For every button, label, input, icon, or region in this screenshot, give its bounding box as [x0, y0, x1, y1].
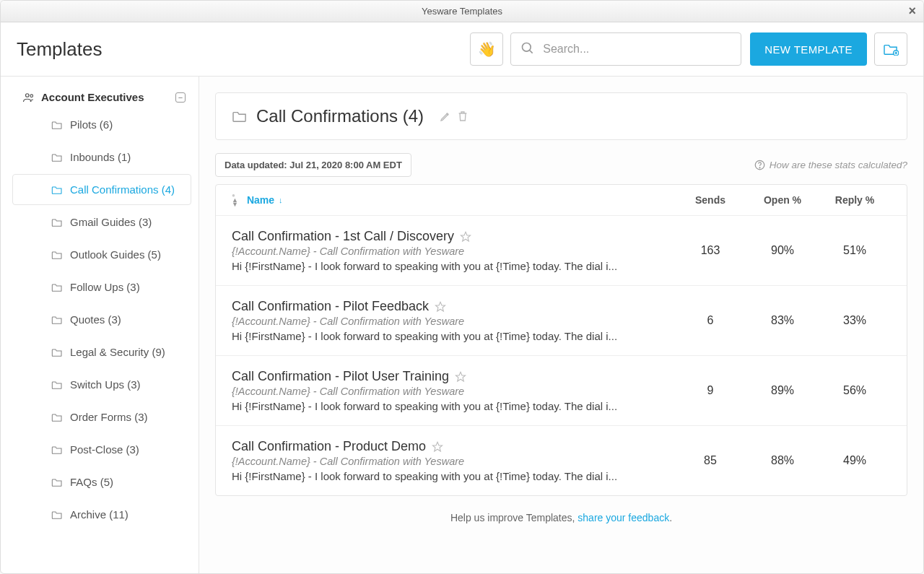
folder-label: Archive (11): [70, 508, 128, 521]
folder-icon: [232, 110, 248, 123]
sidebar-folder[interactable]: Legal & Security (9): [12, 336, 191, 368]
template-subject: {!Account.Name} - Call Confirmation with…: [232, 316, 663, 327]
template-row[interactable]: Call Confirmation - Pilot User Training{…: [216, 356, 907, 426]
new-folder-button[interactable]: [874, 32, 907, 66]
wave-hand-button[interactable]: 👋: [470, 32, 503, 66]
search-icon: [520, 41, 535, 56]
search-input[interactable]: [510, 32, 741, 66]
template-subject: {!Account.Name} - Call Confirmation with…: [232, 386, 663, 397]
sidebar-folder[interactable]: Pilots (6): [12, 109, 191, 140]
cell-reply: 33%: [819, 314, 891, 327]
folder-icon: [51, 250, 63, 260]
folder-icon: [51, 152, 63, 162]
column-name[interactable]: Name ↓: [247, 194, 674, 206]
team-label: Account Executives: [41, 91, 175, 103]
template-subject: {!Account.Name} - Call Confirmation with…: [232, 456, 663, 467]
folder-label: Legal & Security (9): [70, 346, 165, 358]
sidebar-folder[interactable]: Inbounds (1): [12, 142, 191, 173]
page-title: Templates: [17, 38, 470, 61]
star-icon[interactable]: [460, 231, 471, 243]
sidebar-folder[interactable]: Gmail Guides (3): [12, 206, 191, 238]
star-icon[interactable]: [455, 371, 466, 383]
sidebar: Account Executives − Pilots (6)Inbounds …: [1, 77, 199, 573]
star-icon[interactable]: [435, 301, 446, 313]
folder-icon: [51, 315, 63, 325]
column-sends[interactable]: Sends: [674, 194, 746, 206]
sidebar-folder[interactable]: Call Confirmations (4): [12, 174, 191, 205]
sidebar-folder[interactable]: FAQs (5): [12, 466, 191, 497]
folder-icon: [51, 120, 63, 130]
body: Account Executives − Pilots (6)Inbounds …: [1, 77, 923, 573]
folder-label: Order Forms (3): [70, 411, 148, 423]
folder-label: Pilots (6): [70, 118, 113, 131]
template-row[interactable]: Call Confirmation - Pilot Feedback{!Acco…: [216, 286, 907, 356]
cell-sends: 85: [674, 454, 746, 467]
stats-info-link[interactable]: How are these stats calculated?: [754, 160, 907, 170]
table-header: ● ▲▼ Name ↓ Sends Open % Reply %: [216, 185, 907, 216]
folder-label: Switch Ups (3): [70, 378, 141, 391]
folder-label: Quotes (3): [70, 313, 121, 326]
svg-point-6: [30, 94, 33, 97]
new-folder-icon: [883, 43, 899, 56]
sidebar-folder[interactable]: Outlook Guides (5): [12, 239, 191, 270]
feedback-prefix: Help us improve Templates,: [450, 512, 578, 523]
feedback-link[interactable]: share your feedback: [578, 512, 669, 523]
team-header[interactable]: Account Executives −: [1, 87, 199, 108]
app-window: Yesware Templates × Templates 👋 NEW TEMP…: [0, 0, 924, 574]
folder-icon: [51, 445, 63, 455]
delete-icon[interactable]: [457, 110, 468, 123]
folder-icon: [51, 282, 63, 292]
star-icon[interactable]: [432, 441, 443, 453]
sidebar-folder[interactable]: Post-Close (3): [12, 434, 191, 465]
svg-point-8: [759, 168, 760, 168]
template-row[interactable]: Call Confirmation - Product Demo{!Accoun…: [216, 426, 907, 495]
collapse-icon[interactable]: −: [175, 92, 186, 103]
svg-marker-12: [432, 442, 442, 451]
page-header: Templates 👋 NEW TEMPLATE: [1, 22, 923, 77]
new-template-button[interactable]: NEW TEMPLATE: [750, 32, 867, 66]
folder-icon: [51, 380, 63, 390]
folder-header: Call Confirmations (4): [215, 92, 907, 140]
wave-hand-icon: 👋: [478, 40, 496, 58]
window-titlebar: Yesware Templates ×: [1, 1, 923, 22]
template-row[interactable]: Call Confirmation - 1st Call / Discovery…: [216, 216, 907, 286]
edit-icon[interactable]: [440, 110, 451, 122]
folder-icon: [51, 217, 63, 227]
template-preview: Hi {!FirstName} - I look forward to spea…: [232, 470, 663, 482]
cell-open: 90%: [746, 244, 819, 257]
svg-line-1: [530, 51, 533, 53]
sidebar-folder[interactable]: Order Forms (3): [12, 401, 191, 432]
sidebar-folder[interactable]: Switch Ups (3): [12, 369, 191, 400]
folder-icon: [51, 412, 63, 422]
cell-reply: 51%: [819, 244, 891, 257]
folder-title: Call Confirmations (4): [256, 106, 424, 126]
folder-label: FAQs (5): [70, 476, 113, 488]
column-open[interactable]: Open %: [746, 194, 819, 206]
cell-open: 83%: [746, 314, 819, 327]
template-preview: Hi {!FirstName} - I look forward to spea…: [232, 330, 663, 342]
folder-label: Outlook Guides (5): [70, 248, 161, 261]
sort-handle-icon[interactable]: ● ▲▼: [232, 193, 238, 206]
template-name: Call Confirmation - 1st Call / Discovery: [232, 229, 454, 244]
svg-marker-11: [456, 372, 465, 381]
folder-label: Call Confirmations (4): [70, 183, 175, 196]
data-updated-badge: Data updated: Jul 21, 2020 8:00 AM EDT: [215, 153, 411, 177]
svg-point-5: [26, 93, 30, 97]
sidebar-folder[interactable]: Archive (11): [12, 499, 191, 530]
column-reply[interactable]: Reply %: [819, 194, 891, 206]
cell-sends: 163: [674, 244, 746, 257]
folder-icon: [51, 347, 63, 357]
template-preview: Hi {!FirstName} - I look forward to spea…: [232, 400, 663, 412]
sidebar-folder[interactable]: Follow Ups (3): [12, 271, 191, 303]
template-name: Call Confirmation - Pilot Feedback: [232, 299, 429, 314]
folder-icon: [51, 477, 63, 487]
info-icon: [754, 160, 765, 170]
cell-sends: 6: [674, 314, 746, 327]
close-icon[interactable]: ×: [908, 4, 916, 19]
template-name: Call Confirmation - Product Demo: [232, 439, 426, 454]
sidebar-folder[interactable]: Quotes (3): [12, 304, 191, 335]
cell-reply: 49%: [819, 454, 891, 467]
search-wrap: [510, 32, 741, 66]
folder-label: Gmail Guides (3): [70, 216, 152, 228]
cell-reply: 56%: [819, 384, 891, 397]
